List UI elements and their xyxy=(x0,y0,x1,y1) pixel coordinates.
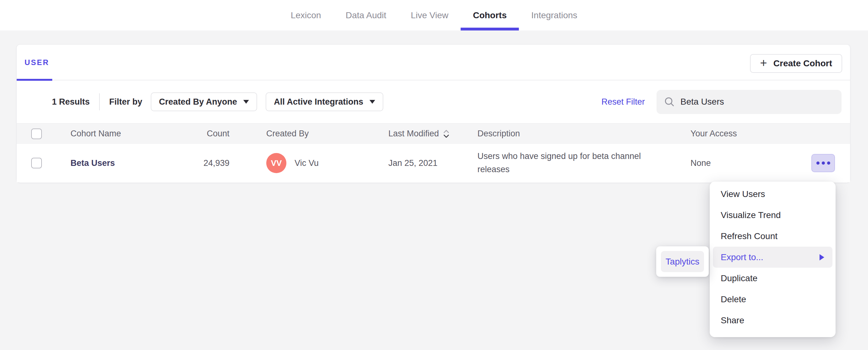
select-all-checkbox[interactable] xyxy=(31,129,42,139)
nav-tab-live-view[interactable]: Live View xyxy=(398,0,460,31)
card-tab-strip: USER + Create Cohort xyxy=(17,45,850,80)
menu-item-view-users[interactable]: View Users xyxy=(710,183,836,205)
nav-tab-cohorts-label: Cohorts xyxy=(473,10,507,21)
filter-by-label: Filter by xyxy=(109,97,142,107)
cohorts-card: USER + Create Cohort 1 Results Filter by… xyxy=(17,44,850,183)
chevron-down-icon xyxy=(243,100,249,104)
column-header-count: Count xyxy=(155,124,229,144)
created-by-dropdown[interactable]: Created By Anyone xyxy=(151,92,257,111)
integrations-dropdown[interactable]: All Active Integrations xyxy=(266,92,383,111)
search-icon xyxy=(663,96,675,108)
nav-tab-integrations[interactable]: Integrations xyxy=(519,0,589,31)
nav-tab-cohorts[interactable]: Cohorts xyxy=(461,0,519,31)
column-header-last-modified[interactable]: Last Modified xyxy=(389,124,450,144)
table-row: Beta Users 24,939 VV Vic Vu Jan 25, 2021… xyxy=(17,144,850,182)
menu-item-export-to[interactable]: Export to... xyxy=(713,247,832,268)
cohort-name-link[interactable]: Beta Users xyxy=(70,144,115,182)
filter-bar: 1 Results Filter by Created By Anyone Al… xyxy=(17,80,850,123)
created-by-name: Vic Vu xyxy=(294,159,319,168)
menu-item-duplicate[interactable]: Duplicate xyxy=(710,268,836,289)
row-actions-button[interactable] xyxy=(811,154,835,172)
last-modified-cell: Jan 25, 2021 xyxy=(389,144,437,182)
ellipsis-icon xyxy=(816,162,819,165)
cohort-count: 24,939 xyxy=(155,144,229,182)
column-header-cohort-name: Cohort Name xyxy=(70,124,121,144)
create-cohort-label: Create Cohort xyxy=(773,59,832,69)
integrations-dropdown-label: All Active Integrations xyxy=(274,97,363,107)
main-nav: Lexicon Data Audit Live View Cohorts Int… xyxy=(279,0,590,31)
menu-item-delete[interactable]: Delete xyxy=(710,289,836,310)
nav-tab-lexicon[interactable]: Lexicon xyxy=(279,0,334,31)
menu-item-visualize-trend[interactable]: Visualize Trend xyxy=(710,205,836,225)
reset-filter-link[interactable]: Reset Filter xyxy=(601,97,645,107)
ellipsis-icon xyxy=(827,162,830,165)
created-by-cell: VV Vic Vu xyxy=(266,144,319,182)
column-header-your-access: Your Access xyxy=(690,124,737,144)
cohorts-page: Lexicon Data Audit Live View Cohorts Int… xyxy=(0,0,868,350)
column-header-description: Description xyxy=(477,124,520,144)
tab-user[interactable]: USER xyxy=(17,45,52,80)
table-header: Cohort Name Count Created By Last Modifi… xyxy=(17,123,850,144)
menu-item-share[interactable]: Share xyxy=(710,310,836,331)
plus-icon: + xyxy=(760,57,767,69)
column-header-created-by: Created By xyxy=(266,124,309,144)
active-tab-underline xyxy=(461,28,519,31)
sort-icon xyxy=(443,129,450,139)
avatar: VV xyxy=(266,153,286,173)
last-modified-label: Last Modified xyxy=(389,129,439,139)
description-cell: Users who have signed up for beta channe… xyxy=(477,144,654,182)
description-text: Users who have signed up for beta channe… xyxy=(477,150,654,176)
search-box[interactable] xyxy=(656,90,842,114)
ellipsis-icon xyxy=(822,162,825,165)
create-cohort-button[interactable]: + Create Cohort xyxy=(750,54,842,73)
submenu-arrow-icon xyxy=(819,254,824,260)
top-bar: Lexicon Data Audit Live View Cohorts Int… xyxy=(0,0,868,31)
results-count: 1 Results xyxy=(52,97,90,107)
menu-item-refresh-count[interactable]: Refresh Count xyxy=(710,225,836,247)
created-by-dropdown-label: Created By Anyone xyxy=(159,97,237,107)
search-input[interactable] xyxy=(680,97,819,107)
your-access-cell: None xyxy=(690,144,711,182)
chevron-down-icon xyxy=(370,100,375,104)
divider xyxy=(99,93,100,110)
submenu-item-taplytics[interactable]: Taplytics xyxy=(661,251,704,272)
nav-tab-data-audit[interactable]: Data Audit xyxy=(333,0,398,31)
export-to-label: Export to... xyxy=(721,252,763,262)
export-submenu: Taplytics xyxy=(656,246,709,277)
row-actions-menu: View Users Visualize Trend Refresh Count… xyxy=(710,182,836,337)
row-checkbox[interactable] xyxy=(31,158,42,168)
